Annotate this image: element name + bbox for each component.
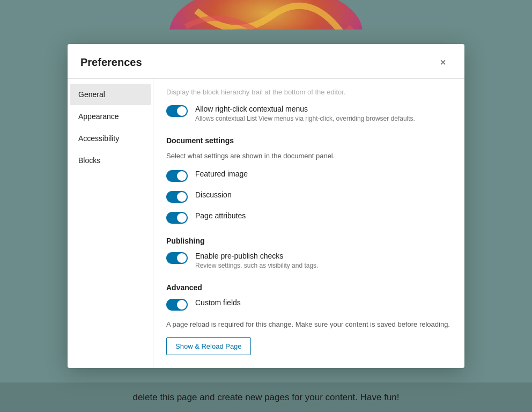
- sidebar-item-general[interactable]: General: [70, 84, 151, 105]
- setting-row-pre-publish: Enable pre-publish checks Review setting…: [166, 252, 452, 270]
- content-inner: Display the block hierarchy trail at the…: [153, 79, 464, 367]
- toggle-discussion[interactable]: [166, 191, 188, 203]
- setting-label-featured-image: Featured image: [195, 170, 248, 178]
- sidebar-item-blocks[interactable]: Blocks: [70, 150, 151, 171]
- show-reload-button[interactable]: Show & Reload Page: [166, 337, 251, 355]
- faded-top-text: Display the block hierarchy trail at the…: [166, 87, 452, 97]
- modal-title: Preferences: [80, 56, 142, 69]
- modal-body: General Appearance Accessibility Blocks …: [68, 79, 464, 367]
- setting-label-pre-publish: Enable pre-publish checks: [195, 252, 318, 260]
- preferences-modal: Preferences × General Appearance Accessi…: [68, 44, 464, 367]
- setting-label-custom-fields: Custom fields: [195, 298, 241, 307]
- toggle-page-attributes[interactable]: [166, 212, 188, 224]
- sidebar: General Appearance Accessibility Blocks: [68, 79, 153, 367]
- content-area[interactable]: Display the block hierarchy trail at the…: [153, 79, 464, 367]
- setting-label-page-attributes: Page attributes: [195, 211, 246, 220]
- setting-desc-contextual: Allows contextual List View menus via ri…: [195, 114, 415, 123]
- setting-row-custom-fields: Custom fields: [166, 298, 452, 311]
- reload-note: A page reload is required for this chang…: [166, 319, 452, 330]
- toggle-custom-fields[interactable]: [166, 299, 188, 311]
- setting-label-contextual: Allow right-click contextual menus: [195, 105, 415, 113]
- document-settings-desc: Select what settings are shown in the do…: [166, 151, 452, 161]
- toggle-pre-publish[interactable]: [166, 252, 188, 264]
- setting-row-featured-image: Featured image: [166, 170, 452, 182]
- sidebar-item-accessibility[interactable]: Accessibility: [70, 128, 151, 149]
- setting-row-discussion: Discussion: [166, 190, 452, 203]
- setting-label-discussion: Discussion: [195, 190, 232, 199]
- section-heading-document: Document settings: [166, 136, 452, 145]
- setting-row-contextual: Allow right-click contextual menus Allow…: [166, 105, 452, 123]
- section-heading-advanced: Advanced: [166, 283, 452, 292]
- toggle-featured-image[interactable]: [166, 170, 188, 182]
- toggle-contextual[interactable]: [166, 105, 188, 117]
- modal-header: Preferences ×: [68, 44, 464, 79]
- close-button[interactable]: ×: [434, 54, 452, 71]
- sidebar-item-appearance[interactable]: Appearance: [70, 106, 151, 127]
- setting-desc-pre-publish: Review settings, such as visibility and …: [195, 261, 318, 270]
- section-heading-publishing: Publishing: [166, 237, 452, 245]
- modal-overlay: Preferences × General Appearance Accessi…: [0, 0, 532, 412]
- setting-row-page-attributes: Page attributes: [166, 211, 452, 224]
